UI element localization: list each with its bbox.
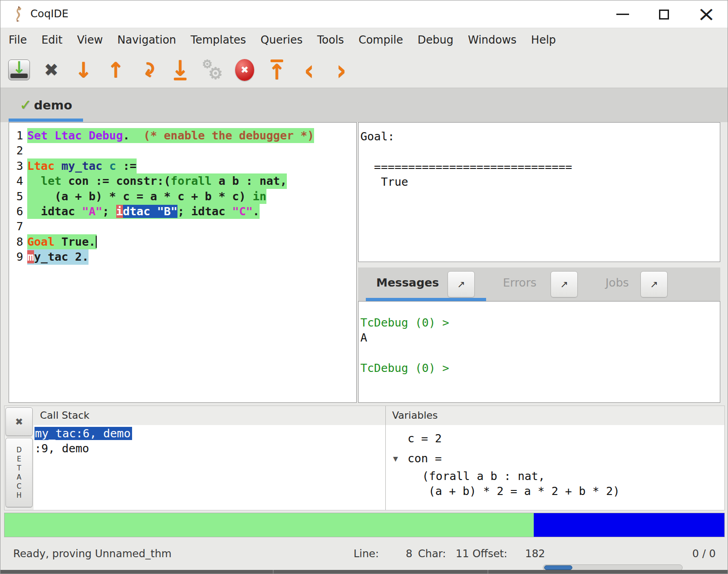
menu-item-help[interactable]: Help xyxy=(531,34,556,46)
line-number[interactable]: 4 xyxy=(9,173,27,188)
messages-body: TcDebug (0) >ATcDebug (0) > xyxy=(360,315,720,376)
line-number[interactable]: 2 xyxy=(9,143,27,158)
active-message-tab-indicator xyxy=(366,298,486,301)
interrupt-icon[interactable]: ✖ xyxy=(233,57,256,83)
code-text: Set Ltac Debug. (* enable the debugger *… xyxy=(27,128,314,143)
call-stack-list[interactable]: my_tac:6, demo:9, demo xyxy=(34,425,385,510)
close-button[interactable]: × xyxy=(690,0,722,28)
detach-messages-button[interactable]: ↗ xyxy=(448,271,475,297)
line-number[interactable]: 3 xyxy=(9,158,27,173)
detach-icon: ↗ xyxy=(650,279,658,290)
tab-errors[interactable]: Errors xyxy=(503,267,536,298)
variable-text: c = 2 xyxy=(408,429,442,449)
variable-row[interactable]: c = 2 xyxy=(386,429,724,449)
line-value: 8 xyxy=(406,548,413,559)
detach-button[interactable]: DETACH xyxy=(5,438,33,507)
edge-notch xyxy=(487,570,488,574)
detach-icon: ↗ xyxy=(560,279,568,290)
detach-jobs-button[interactable]: ↗ xyxy=(640,271,668,297)
code-text: let con := constr:(forall a b : nat, xyxy=(27,173,287,188)
menu-item-queries[interactable]: Queries xyxy=(261,34,303,46)
tab-jobs[interactable]: Jobs xyxy=(605,267,629,298)
code-line[interactable]: 1Set Ltac Debug. (* enable the debugger … xyxy=(9,128,356,143)
variables-list[interactable]: c = 2▼con =(forall a b : nat,(a + b) * 2… xyxy=(386,425,724,510)
menu-item-file[interactable]: File xyxy=(9,34,27,46)
save-icon[interactable]: ↓ xyxy=(8,57,30,83)
code-area: 1Set Ltac Debug. (* enable the debugger … xyxy=(9,128,356,265)
toolbar: ↓✖↓↑↷↓⚙⚙✖↑‹› xyxy=(0,52,728,88)
code-line[interactable]: 2 xyxy=(9,143,356,158)
maximize-icon xyxy=(659,10,669,20)
forward-one-command-icon[interactable]: ↓ xyxy=(72,57,95,83)
active-tab-indicator xyxy=(9,119,83,122)
progress-remaining xyxy=(534,513,724,537)
message-line xyxy=(360,346,720,361)
code-text: Goal True. xyxy=(27,234,97,249)
code-line[interactable]: 8Goal True. xyxy=(9,234,356,249)
message-line: TcDebug (0) > xyxy=(360,361,720,376)
line-number[interactable]: 7 xyxy=(9,219,27,234)
line-number[interactable]: 9 xyxy=(9,249,27,264)
variable-text: con = xyxy=(408,449,442,469)
close-debug-panel-button[interactable]: ✖ xyxy=(5,407,33,436)
menu-item-navigation[interactable]: Navigation xyxy=(118,34,176,46)
line-number[interactable]: 5 xyxy=(9,189,27,204)
code-line[interactable]: 3Ltac my_tac c := xyxy=(9,158,356,173)
menu-item-windows[interactable]: Windows xyxy=(468,34,516,46)
message-tab-bar: Messages ↗ Errors ↗ Jobs ↗ xyxy=(358,267,720,301)
menu-item-compile[interactable]: Compile xyxy=(359,34,403,46)
code-line[interactable]: 4 let con := constr:(forall a b : nat, xyxy=(9,173,356,188)
menu-item-debug[interactable]: Debug xyxy=(418,34,453,46)
goal-line: ============================= xyxy=(360,159,720,174)
detach-errors-button[interactable]: ↗ xyxy=(551,271,578,297)
menu-bar: FileEditViewNavigationTemplatesQueriesTo… xyxy=(0,28,728,52)
go-to-cursor-icon[interactable]: ↷ xyxy=(137,57,159,83)
tab-messages[interactable]: Messages xyxy=(376,267,439,298)
code-line[interactable]: 6 idtac "A"; idtac "B"; idtac "C". xyxy=(9,204,356,219)
restart-icon[interactable]: ↑ xyxy=(266,57,288,83)
line-number[interactable]: 1 xyxy=(9,128,27,143)
coqide-window: CoqIDE × FileEditViewNavigationTemplates… xyxy=(0,0,728,574)
minimize-button[interactable] xyxy=(607,0,639,28)
expander-icon[interactable]: ▼ xyxy=(393,449,408,469)
fully-check-icon[interactable]: ⚙⚙ xyxy=(201,57,224,83)
title-bar: CoqIDE × xyxy=(0,0,728,28)
script-editor[interactable]: 1Set Ltac Debug. (* enable the debugger … xyxy=(9,122,357,403)
variable-row[interactable]: (forall a b : nat, xyxy=(386,469,724,484)
menu-item-view[interactable]: View xyxy=(77,34,103,46)
line-number[interactable]: 6 xyxy=(9,204,27,219)
goal-panel[interactable]: Goal: ============================= True xyxy=(358,122,720,262)
maximize-button[interactable] xyxy=(648,0,680,28)
tab-bar: ✓ demo xyxy=(0,88,728,122)
messages-panel[interactable]: TcDebug (0) >ATcDebug (0) > xyxy=(358,301,720,403)
stack-frame[interactable]: my_tac:6, demo xyxy=(34,426,385,441)
code-line[interactable]: 9my_tac 2. xyxy=(9,249,356,264)
run-to-end-icon[interactable]: ↓ xyxy=(169,57,192,83)
code-line[interactable]: 7 xyxy=(9,219,356,234)
menu-item-tools[interactable]: Tools xyxy=(317,34,344,46)
previous-occurrence-icon[interactable]: ‹ xyxy=(298,57,320,83)
menu-item-templates[interactable]: Templates xyxy=(191,34,246,46)
code-text: Ltac my_tac c := xyxy=(27,158,137,173)
stack-frame[interactable]: :9, demo xyxy=(34,441,385,456)
selected-frame: my_tac:6, demo xyxy=(34,427,132,440)
checkmark-icon: ✓ xyxy=(20,96,32,114)
tab-label: demo xyxy=(34,98,72,112)
code-text: (a + b) * c = a * c + b * c) in xyxy=(27,189,266,204)
offset-label: Offset: xyxy=(472,548,507,559)
variable-row[interactable]: (a + b) * 2 = a * 2 + b * 2) xyxy=(386,484,724,499)
menu-item-edit[interactable]: Edit xyxy=(41,34,62,46)
tab-demo[interactable]: ✓ demo xyxy=(9,88,83,122)
code-line[interactable]: 5 (a + b) * c = a * c + b * c) in xyxy=(9,189,356,204)
variable-row[interactable]: ▼con = xyxy=(386,449,724,469)
line-number[interactable]: 8 xyxy=(9,234,27,249)
char-label: Char: xyxy=(418,548,446,559)
close-x-icon: ✖ xyxy=(15,416,23,427)
window-title: CoqIDE xyxy=(30,8,69,20)
backward-one-command-icon[interactable]: ↑ xyxy=(104,57,127,83)
close-document-icon[interactable]: ✖ xyxy=(40,57,63,83)
window-bottom-edge xyxy=(0,570,728,574)
next-occurrence-icon[interactable]: › xyxy=(330,57,353,83)
variable-text: (forall a b : nat, xyxy=(422,469,545,484)
scrollbar-thumb[interactable] xyxy=(544,565,572,570)
